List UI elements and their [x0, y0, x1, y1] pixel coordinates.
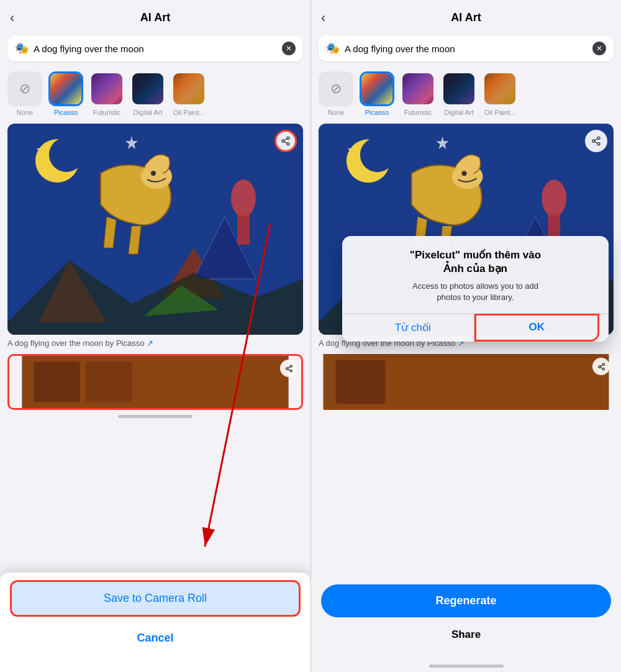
right-oil-thumb: [483, 71, 517, 106]
home-bar: [118, 415, 193, 418]
right-oil-label: Oil Paint...: [484, 109, 516, 116]
left-search-clear[interactable]: ✕: [282, 42, 296, 55]
right-home-bar: [429, 665, 504, 668]
right-picasso-label: Picasso: [365, 109, 389, 116]
svg-rect-12: [237, 214, 250, 245]
right-thumb-strip: [319, 354, 614, 410]
right-style-selector: ⊘ None Picasso Futuristic Digital Art: [311, 66, 621, 121]
right-style-picasso[interactable]: Picasso: [360, 71, 394, 116]
right-home-indicator: [311, 660, 621, 672]
dialog-buttons: Từ chối OK: [352, 314, 599, 342]
style-digital[interactable]: Digital Art: [130, 71, 165, 116]
right-style-digital[interactable]: Digital Art: [442, 71, 476, 116]
left-header: ‹ AI Art: [0, 0, 310, 30]
right-digital-thumb: [442, 71, 476, 106]
left-search-text: A dog flying over the moon: [34, 43, 277, 54]
right-search-bar[interactable]: 🎭 A dog flying over the moon ✕: [319, 35, 614, 61]
ok-button[interactable]: OK: [474, 314, 600, 342]
share-text-button[interactable]: Share: [321, 622, 611, 647]
right-share-button[interactable]: [585, 130, 607, 152]
right-futuristic-thumb: [401, 71, 435, 106]
left-search-bar[interactable]: 🎭 A dog flying over the moon ✕: [7, 35, 303, 61]
save-to-camera-roll-button[interactable]: Save to Camera Roll: [10, 580, 301, 617]
right-none-label: None: [328, 109, 344, 116]
right-style-futuristic[interactable]: Futuristic: [401, 71, 435, 116]
right-digital-label: Digital Art: [444, 109, 473, 116]
right-style-oil[interactable]: Oil Paint...: [483, 71, 517, 116]
left-art-container: [7, 124, 303, 335]
dialog-message: Access to photos allows you to addphotos…: [352, 281, 599, 303]
svg-point-11: [231, 179, 256, 217]
right-header: ‹ AI Art: [311, 0, 621, 30]
right-back-button[interactable]: ‹: [321, 10, 325, 26]
svg-point-30: [360, 137, 395, 172]
svg-point-10: [49, 137, 84, 172]
right-title: AI Art: [451, 11, 481, 24]
oil-thumb: [171, 71, 206, 106]
none-label: None: [17, 109, 33, 116]
svg-rect-36: [336, 360, 386, 404]
left-thumb-strip: [7, 354, 303, 410]
deny-button[interactable]: Từ chối: [352, 314, 474, 342]
left-style-selector: ⊘ None Picasso Futuristic Digital Art: [0, 66, 310, 121]
right-thumb-mini: [319, 354, 614, 410]
left-bottom-sheet: Save to Camera Roll Cancel: [0, 573, 310, 672]
futuristic-label: Futuristic: [93, 109, 121, 116]
left-thumb-mini: [7, 354, 303, 410]
svg-point-31: [542, 179, 566, 217]
left-art-caption: A dog flying over the moon by Picasso ↗: [7, 338, 303, 348]
picasso-thumb: [48, 71, 83, 106]
style-picasso[interactable]: Picasso: [48, 71, 83, 116]
permission-dialog: "Pixelcut" muốn thêm vàoẢnh của bạn Acce…: [342, 236, 609, 342]
picasso-label: Picasso: [54, 109, 78, 116]
digital-thumb: [130, 71, 165, 106]
dialog-title: "Pixelcut" muốn thêm vàoẢnh của bạn: [352, 248, 599, 276]
svg-point-5: [151, 171, 156, 176]
style-oil[interactable]: Oil Paint...: [171, 71, 206, 116]
right-bottom-actions: Regenerate Share: [311, 577, 621, 660]
right-search-text: A dog flying over the moon: [345, 43, 587, 54]
svg-rect-16: [34, 361, 80, 402]
svg-rect-17: [86, 361, 132, 402]
digital-label: Digital Art: [133, 109, 162, 116]
futuristic-thumb: [89, 71, 124, 106]
right-search-clear[interactable]: ✕: [592, 42, 606, 55]
right-picasso-thumb: [360, 71, 394, 106]
left-panel: ‹ AI Art 🎭 A dog flying over the moon ✕ …: [0, 0, 310, 672]
none-thumb: ⊘: [7, 71, 42, 106]
right-none-thumb: ⊘: [319, 71, 353, 106]
left-art-image: [7, 124, 303, 335]
left-thumb-share[interactable]: [280, 360, 297, 377]
right-thumb-share[interactable]: [592, 358, 610, 375]
style-futuristic[interactable]: Futuristic: [89, 71, 124, 116]
right-futuristic-label: Futuristic: [404, 109, 432, 116]
mask-icon: 🎭: [15, 42, 29, 55]
right-panel: ‹ AI Art 🎭 A dog flying over the moon ✕ …: [310, 0, 621, 672]
style-none[interactable]: ⊘ None: [7, 71, 42, 116]
cancel-button[interactable]: Cancel: [10, 622, 301, 655]
left-share-button[interactable]: [274, 130, 297, 152]
svg-point-25: [462, 171, 467, 176]
oil-label: Oil Paint...: [173, 109, 205, 116]
regenerate-button[interactable]: Regenerate: [321, 584, 611, 617]
left-back-button[interactable]: ‹: [10, 10, 14, 26]
right-style-none[interactable]: ⊘ None: [319, 71, 353, 116]
left-home-indicator: [0, 410, 310, 422]
left-title: AI Art: [140, 11, 170, 24]
right-mask-icon: 🎭: [326, 42, 340, 55]
